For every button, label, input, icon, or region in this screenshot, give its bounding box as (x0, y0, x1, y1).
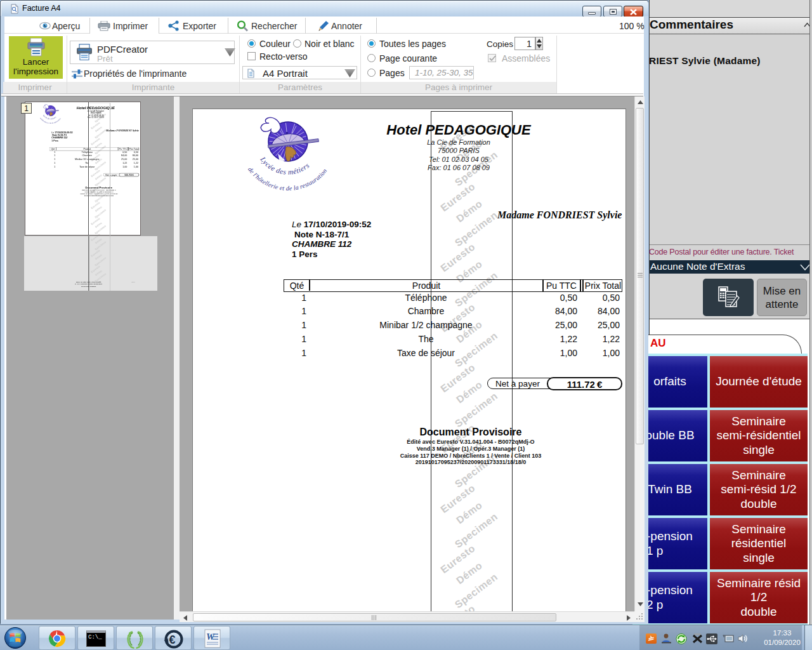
svg-text:€: € (169, 633, 176, 646)
